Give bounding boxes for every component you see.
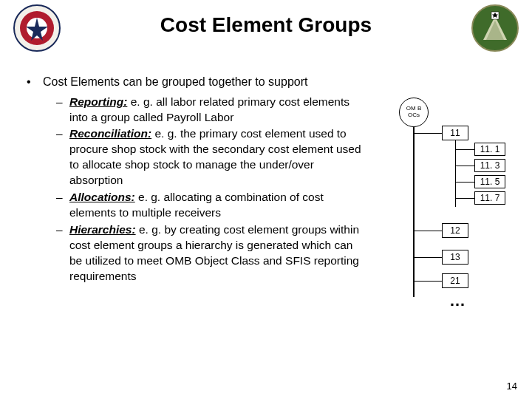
diagram-root: OM B OCs: [399, 98, 429, 127]
subitem-hierarchies: Hierarchies: e. g. by creating cost elem…: [69, 222, 366, 284]
diagram-node-11: 11: [442, 126, 468, 140]
dash-marker: –: [56, 95, 69, 126]
subitem-allocations: Allocations: e. g. allocating a combinat…: [69, 190, 366, 221]
dash-marker: –: [56, 222, 69, 284]
diagram-node-13: 13: [442, 250, 468, 265]
diagram-node-21: 21: [442, 273, 468, 288]
diagram-node-11-1: 11. 1: [474, 143, 505, 156]
diagram-node-11-7: 11. 7: [474, 191, 505, 205]
bullet-text: Cost Elements can be grouped together to…: [43, 74, 366, 90]
diagram-node-12: 12: [442, 223, 468, 238]
subitem-reconciliation: Reconciliation: e. g. the primary cost e…: [69, 126, 366, 188]
diagram-ellipsis: …: [449, 291, 468, 310]
diagram-node-11-3: 11. 3: [474, 159, 505, 172]
dash-marker: –: [56, 126, 69, 188]
hierarchy-diagram: OM B OCs 11 11. 1 11. 3 11. 5 11. 7 12 1…: [392, 98, 517, 319]
bullet-marker: •: [27, 74, 43, 90]
body-content: • Cost Elements can be grouped together …: [27, 74, 366, 286]
diagram-node-11-5: 11. 5: [474, 175, 505, 188]
slide-title: Cost Element Groups: [0, 13, 532, 37]
subitem-reporting: Reporting: e. g. all labor related prima…: [69, 95, 366, 126]
dash-marker: –: [56, 190, 69, 221]
page-number: 14: [507, 381, 517, 392]
